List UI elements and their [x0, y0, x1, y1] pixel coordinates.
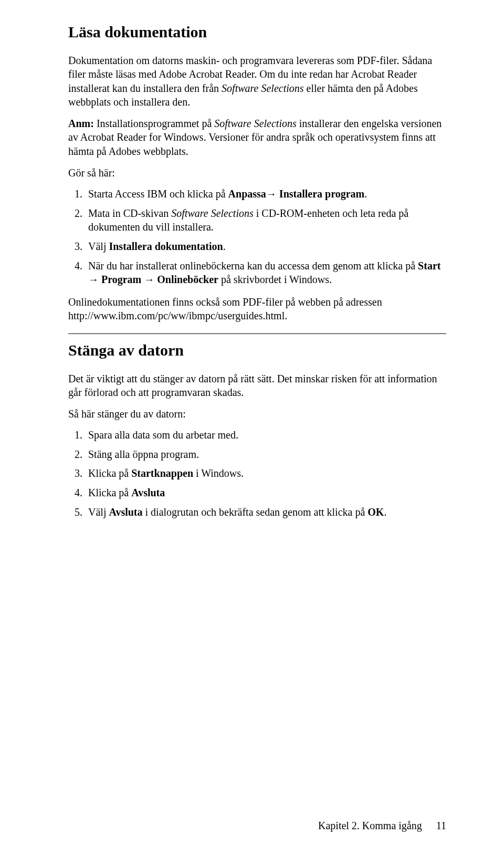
list-item: Mata in CD-skivan Software Selections i … [85, 206, 446, 234]
text-bold: Avsluta [131, 487, 165, 498]
text: När du har installerat onlineböckerna ka… [88, 260, 418, 272]
list-item: Välj Avsluta i dialogrutan och bekräfta … [85, 505, 446, 519]
ordered-list: Starta Access IBM och klicka på Anpassa→… [68, 187, 446, 287]
text-bold: Installera dokumentation [109, 241, 223, 252]
list-item: Stäng alla öppna program. [85, 447, 446, 462]
footer-chapter: Kapitel 2. Komma igång [318, 820, 422, 831]
text: Spara alla data som du arbetar med. [88, 429, 238, 441]
text-italic: Software Selections [222, 82, 303, 94]
text: . [223, 241, 226, 252]
list-item: Spara alla data som du arbetar med. [85, 428, 446, 442]
text: Klicka på [88, 467, 131, 479]
paragraph: Onlinedokumentationen finns också som PD… [68, 295, 446, 323]
paragraph: Dokumentation om datorns maskin- och pro… [68, 54, 446, 109]
text: . [384, 506, 386, 518]
text: Välj [88, 506, 109, 518]
text-bold: Avsluta [109, 506, 142, 518]
text-italic: Software Selections [171, 207, 253, 219]
paragraph: Det är viktigt att du stänger av datorn … [68, 372, 446, 400]
text: . [364, 188, 367, 200]
text-bold: Anpassa→ Installera program [228, 188, 365, 200]
paragraph-lead: Gör så här: [68, 166, 446, 180]
list-item: Klicka på Startknappen i Windows. [85, 466, 446, 481]
text: Starta Access IBM och klicka på [88, 188, 228, 200]
text: på skrivbordet i Windows. [218, 274, 332, 285]
text: Klicka på [88, 487, 131, 498]
text-bold: Startknappen [131, 467, 193, 479]
text: i dialogrutan och bekräfta sedan genom a… [143, 506, 368, 518]
list-item: Välj Installera dokumentation. [85, 239, 446, 254]
list-item: När du har installerat onlineböckerna ka… [85, 259, 446, 287]
list-item: Klicka på Avsluta [85, 486, 446, 500]
text: Mata in CD-skivan [88, 207, 171, 219]
text-italic: Software Selections [214, 118, 296, 129]
text: Installationsprogrammet på [94, 118, 214, 129]
note-label: Anm: [68, 118, 94, 129]
heading-stanga-av-datorn: Stänga av datorn [68, 340, 446, 360]
ordered-list: Spara alla data som du arbetar med. Stän… [68, 428, 446, 519]
list-item: Starta Access IBM och klicka på Anpassa→… [85, 187, 446, 201]
paragraph-note: Anm: Installationsprogrammet på Software… [68, 117, 446, 159]
page-footer: Kapitel 2. Komma igång 11 [318, 820, 446, 832]
text: Välj [88, 241, 109, 252]
paragraph-lead: Så här stänger du av datorn: [68, 407, 446, 421]
text: Stäng alla öppna program. [88, 448, 199, 460]
section-divider [68, 333, 446, 334]
footer-page-number: 11 [436, 820, 446, 832]
text: i Windows. [193, 467, 244, 479]
heading-lasa-dokumentation: Läsa dokumentation [68, 22, 446, 42]
text-bold: OK [368, 506, 384, 518]
document-page: Läsa dokumentation Dokumentation om dato… [0, 0, 504, 856]
